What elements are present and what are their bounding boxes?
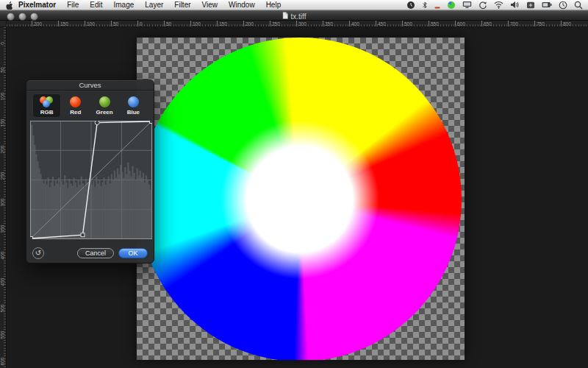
- histogram-bar: [94, 187, 96, 238]
- ruler-h-label: 150: [217, 21, 227, 27]
- ruler-h-label: 150: [58, 21, 68, 27]
- curves-graph[interactable]: [30, 121, 152, 239]
- ruler-v-label: 250: [0, 163, 6, 188]
- menu-image[interactable]: Image: [114, 1, 135, 9]
- ruler-h-label: 550: [429, 21, 439, 27]
- blue-channel-icon: [128, 96, 139, 107]
- histogram-bar: [31, 125, 32, 238]
- histogram-bar: [78, 180, 79, 239]
- reset-button[interactable]: ↺: [32, 247, 44, 259]
- histogram-bar: [41, 180, 43, 239]
- ruler-corner: [0, 21, 7, 27]
- menu-layer[interactable]: Layer: [145, 1, 163, 9]
- bluetooth-icon[interactable]: [422, 1, 428, 10]
- curve-handle[interactable]: [30, 237, 33, 240]
- channel-label: Blue: [127, 109, 140, 116]
- menu-window[interactable]: Window: [229, 1, 255, 9]
- notification-icon[interactable]: [434, 1, 440, 10]
- channel-green[interactable]: Green: [90, 93, 119, 118]
- histogram-bar: [73, 177, 74, 238]
- histogram-bar: [144, 183, 146, 238]
- menu-help[interactable]: Help: [266, 1, 282, 9]
- sync-icon[interactable]: [478, 1, 487, 10]
- histogram-bar: [137, 169, 138, 238]
- widget-icon[interactable]: [526, 1, 535, 9]
- ruler-h-label: 200: [32, 21, 42, 27]
- ruler-v-label: 200: [0, 137, 6, 162]
- curves-plot[interactable]: [30, 121, 152, 239]
- battery-icon[interactable]: [542, 1, 552, 8]
- histogram-bar: [32, 135, 34, 238]
- channel-selector: RGBRedGreenBlue: [26, 91, 154, 118]
- ruler-h-label: 800: [561, 21, 571, 27]
- ok-button[interactable]: OK: [118, 248, 148, 258]
- ruler-h-label: 50: [164, 21, 171, 27]
- histogram-bar: [67, 188, 68, 238]
- reset-icon: ↺: [35, 249, 41, 257]
- ruler-v-label: 300: [0, 190, 6, 215]
- menu-pixelmator[interactable]: Pixelmator: [18, 1, 56, 9]
- cancel-button[interactable]: Cancel: [77, 248, 114, 258]
- histogram-bar: [143, 173, 144, 238]
- curve-handle[interactable]: [95, 121, 99, 125]
- ruler-v-label: 350: [0, 216, 6, 241]
- ruler-v-label: 50: [0, 57, 6, 82]
- histogram-bar: [108, 177, 110, 238]
- histogram-bar: [133, 173, 135, 238]
- channel-label: Red: [70, 109, 81, 116]
- channel-rgb[interactable]: RGB: [32, 93, 61, 118]
- histogram-bar: [71, 185, 73, 238]
- menu-view[interactable]: View: [202, 1, 218, 9]
- channel-blue[interactable]: Blue: [119, 93, 148, 118]
- clock-icon[interactable]: [559, 1, 567, 10]
- display-icon[interactable]: [462, 1, 472, 9]
- ruler-v-label: 100: [0, 84, 6, 109]
- histogram-bar: [141, 177, 143, 238]
- histogram-bar: [68, 179, 70, 238]
- histogram-bar: [135, 180, 136, 239]
- ruler-horizontal: 2001501005005010015020025030035040045050…: [7, 21, 588, 27]
- histogram-bar: [46, 185, 48, 238]
- color-wheel-image[interactable]: [138, 38, 462, 360]
- spotlight-icon[interactable]: [574, 1, 583, 10]
- histogram-bar: [54, 185, 55, 238]
- curve-handle[interactable]: [81, 233, 85, 237]
- cpu-pie-icon[interactable]: [447, 1, 456, 10]
- histogram-bar: [115, 177, 117, 238]
- document-icon[interactable]: [282, 12, 288, 21]
- ruler-vertical: 050100150200250300350400450500550600: [0, 27, 7, 368]
- histogram-bar: [79, 185, 81, 238]
- histogram-bar: [48, 177, 49, 238]
- curve-handle[interactable]: [150, 121, 153, 124]
- time-machine-icon[interactable]: [406, 1, 415, 10]
- histogram-bar: [100, 185, 101, 238]
- menu-edit[interactable]: Edit: [90, 1, 102, 9]
- volume-icon[interactable]: [510, 1, 520, 9]
- ruler-v-label: 0: [0, 31, 6, 56]
- window-title-bar[interactable]: tx.tiff: [0, 10, 588, 21]
- histogram-bar: [38, 169, 40, 238]
- apple-menu-icon[interactable]: [6, 1, 13, 10]
- histogram-bar: [97, 183, 98, 238]
- ruler-h-label: 100: [85, 21, 95, 27]
- channel-red[interactable]: Red: [61, 93, 90, 118]
- histogram-bar: [146, 175, 147, 238]
- histogram-bar: [104, 185, 106, 238]
- menu-filter[interactable]: Filter: [174, 1, 190, 9]
- ruler-h-label: 600: [455, 21, 465, 27]
- histogram-bar: [49, 187, 51, 238]
- histogram-bar: [127, 163, 129, 238]
- histogram-bar: [55, 180, 57, 239]
- window-title-text: tx.tiff: [291, 13, 306, 21]
- histogram-bar: [114, 171, 115, 238]
- menu-file[interactable]: File: [67, 1, 79, 9]
- ruler-h-label: 0: [137, 21, 143, 27]
- wifi-icon[interactable]: [494, 1, 503, 9]
- histogram-bar: [52, 177, 54, 238]
- ruler-v-label: 150: [0, 110, 6, 135]
- histogram-bar: [129, 171, 130, 238]
- histogram-bar: [35, 155, 37, 238]
- histogram-bar: [147, 180, 148, 239]
- histogram-bar: [120, 165, 121, 238]
- curves-dialog: Curves RGBRedGreenBlue ↺ Cancel OK: [26, 79, 154, 263]
